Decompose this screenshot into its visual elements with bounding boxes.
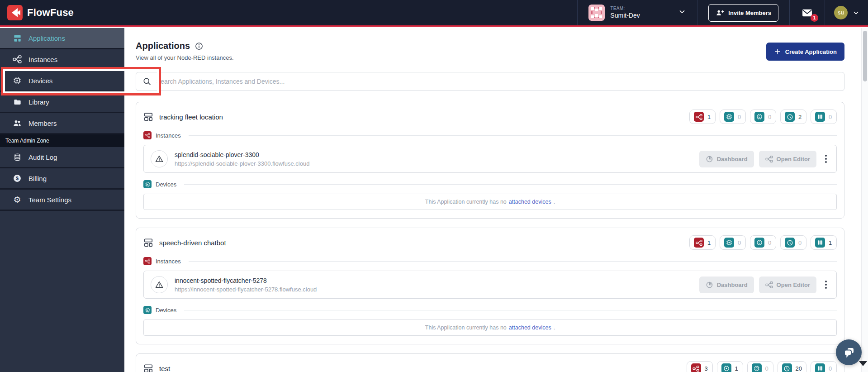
dashboard-button[interactable]: Dashboard — [699, 277, 754, 293]
instances-section-icon — [143, 257, 152, 265]
no-devices-message: This Application currently has no attach… — [143, 194, 837, 210]
search-icon — [142, 77, 152, 86]
sidebar-item-billing[interactable]: Billing — [0, 168, 124, 190]
devices-section-label: Devices — [156, 307, 176, 314]
snapshots-count-badge[interactable]: 20 — [778, 361, 806, 372]
instances-section-label: Instances — [156, 258, 181, 265]
pipelines-count-badge[interactable]: 0 — [811, 361, 837, 372]
snapshots-badge-icon — [782, 363, 792, 372]
user-menu[interactable]: su — [825, 0, 868, 25]
instances-section-label: Instances — [156, 132, 181, 139]
device-groups-badge-icon — [752, 363, 762, 372]
application-card: tracking fleet location 1 0 0 2 — [136, 102, 844, 219]
pipelines-badge-icon — [815, 238, 825, 248]
snapshots-count-badge[interactable]: 0 — [780, 235, 806, 250]
vertical-scrollbar[interactable] — [861, 28, 868, 372]
invite-members-button[interactable]: Invite Members — [708, 4, 778, 22]
device-groups-badge-icon — [754, 238, 764, 248]
instances-count-badge[interactable]: 1 — [689, 110, 716, 124]
chevron-down-icon[interactable] — [852, 9, 860, 17]
device-groups-count-badge[interactable]: 0 — [747, 361, 773, 372]
devices-count-badge[interactable]: 1 — [717, 361, 743, 372]
instance-row[interactable]: splendid-sociable-plover-3300 https://sp… — [143, 145, 837, 173]
devices-badge-icon — [721, 363, 731, 372]
divider — [189, 261, 837, 262]
kebab-menu-icon[interactable] — [822, 279, 830, 291]
audit-log-icon — [13, 153, 22, 162]
application-name[interactable]: test — [159, 365, 170, 372]
kebab-menu-icon[interactable] — [822, 153, 830, 165]
plus-icon — [774, 48, 781, 55]
device-groups-count-badge[interactable]: 0 — [750, 110, 776, 124]
instance-status-icon — [151, 276, 168, 293]
divider — [189, 135, 837, 136]
device-groups-badge-icon — [754, 112, 764, 122]
devices-count-badge[interactable]: 0 — [720, 110, 746, 124]
notification-badge: 1 — [811, 14, 818, 22]
instance-name[interactable]: splendid-sociable-plover-3300 — [175, 151, 309, 158]
pie-chart-icon — [706, 155, 713, 163]
notifications-section: 1 — [789, 0, 825, 25]
attached-devices-link[interactable]: attached devices — [509, 199, 551, 205]
application-icon — [143, 363, 153, 372]
sidebar-item-team-settings[interactable]: Team Settings — [0, 190, 124, 211]
person-plus-icon — [716, 9, 724, 17]
instances-count-badge[interactable]: 1 — [689, 235, 716, 250]
devices-badge-icon — [724, 112, 734, 122]
team-selector[interactable]: TEAM: Sumit-Dev — [577, 0, 697, 25]
info-icon[interactable] — [194, 42, 204, 51]
devices-count-badge[interactable]: 0 — [720, 235, 746, 250]
brand[interactable]: FlowFuse — [0, 0, 74, 25]
application-name[interactable]: tracking fleet location — [159, 113, 223, 121]
pie-chart-icon — [706, 281, 713, 289]
devices-section-icon — [143, 180, 152, 188]
sidebar-item-applications[interactable]: Applications — [0, 28, 124, 49]
sidebar-item-library[interactable]: Library — [0, 92, 124, 113]
pipelines-count-badge[interactable]: 0 — [811, 110, 837, 124]
snapshots-count-badge[interactable]: 2 — [780, 110, 806, 124]
sidebar: Applications Instances Devices Library M… — [0, 28, 124, 372]
instance-status-icon — [151, 150, 168, 167]
team-avatar — [588, 5, 605, 21]
application-icon — [143, 238, 153, 248]
instance-url[interactable]: https://innocent-spotted-flycatcher-5278… — [175, 286, 317, 293]
instance-row[interactable]: innocent-spotted-flycatcher-5278 https:/… — [143, 271, 837, 299]
devices-section-icon — [143, 306, 152, 314]
search-bar — [136, 72, 844, 91]
device-groups-count-badge[interactable]: 0 — [750, 235, 776, 250]
sidebar-item-devices[interactable]: Devices — [0, 71, 124, 92]
application-card: test 3 1 0 20 — [136, 353, 844, 372]
chevron-down-icon[interactable] — [678, 8, 686, 18]
library-icon — [13, 97, 22, 106]
search-input[interactable] — [157, 78, 838, 85]
open-editor-button[interactable]: Open Editor — [759, 277, 816, 293]
devices-section-label: Devices — [156, 181, 176, 188]
chat-widget-button[interactable] — [836, 339, 862, 365]
chat-bubbles-icon — [842, 346, 856, 359]
main-content: Applications View all of your Node-RED i… — [124, 28, 868, 372]
billing-icon — [13, 174, 22, 183]
sidebar-item-members[interactable]: Members — [0, 113, 124, 134]
instance-url[interactable]: https://splendid-sociable-plover-3300.fl… — [175, 160, 309, 167]
team-settings-icon — [13, 195, 22, 204]
user-avatar[interactable]: su — [834, 6, 848, 19]
sidebar-item-instances[interactable]: Instances — [0, 49, 124, 71]
divider — [184, 310, 837, 310]
brand-name: FlowFuse — [27, 7, 74, 19]
instance-name[interactable]: innocent-spotted-flycatcher-5278 — [175, 277, 317, 284]
instances-count-badge[interactable]: 3 — [687, 361, 713, 372]
attached-devices-link[interactable]: attached devices — [509, 324, 551, 331]
pipelines-count-badge[interactable]: 1 — [811, 235, 837, 250]
create-application-button[interactable]: Create Application — [766, 43, 844, 61]
nodered-instances-badge-icon — [694, 238, 704, 248]
pipelines-badge-icon — [815, 112, 825, 122]
dashboard-button[interactable]: Dashboard — [699, 151, 754, 167]
members-icon — [13, 119, 22, 128]
sidebar-item-audit-log[interactable]: Audit Log — [0, 147, 124, 168]
application-name[interactable]: speech-driven chatbot — [159, 239, 226, 247]
open-editor-button[interactable]: Open Editor — [759, 151, 816, 167]
pipelines-badge-icon — [815, 363, 825, 372]
nodered-instances-badge-icon — [694, 112, 704, 122]
team-name: Sumit-Dev — [610, 12, 640, 20]
scrollbar-thumb[interactable] — [863, 31, 867, 81]
